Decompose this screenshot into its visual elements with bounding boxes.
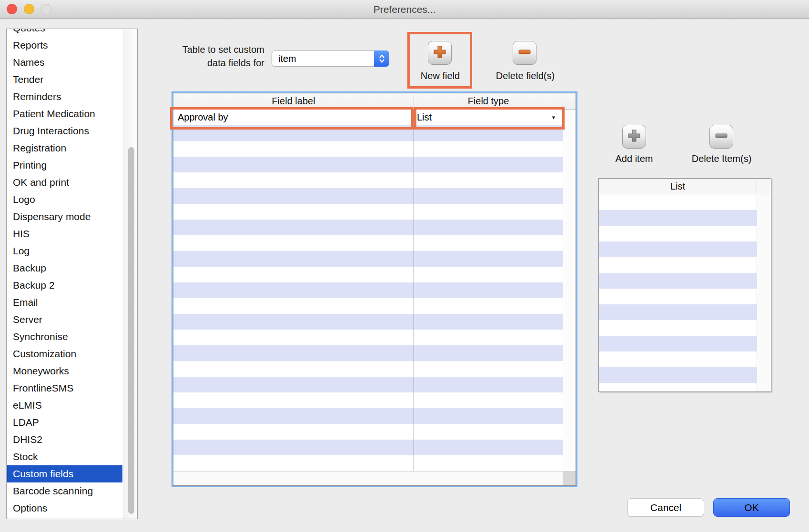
delete-field-button[interactable] bbox=[513, 41, 536, 65]
add-item-label: Add item bbox=[598, 153, 670, 164]
sidebar-item-stock[interactable]: Stock bbox=[7, 448, 122, 465]
sidebar-item-registration[interactable]: Registration bbox=[7, 140, 122, 157]
popup-chevrons-icon bbox=[374, 50, 389, 67]
list-table-header: List bbox=[599, 179, 771, 194]
sidebar-item-barcode-scanning[interactable]: Barcode scanning bbox=[7, 482, 122, 500]
header-divider bbox=[757, 181, 757, 192]
list-table-vscrollbar[interactable] bbox=[757, 194, 771, 391]
plus-icon bbox=[627, 129, 641, 145]
sidebar-item-email[interactable]: Email bbox=[7, 294, 122, 311]
column-header-list[interactable]: List bbox=[599, 179, 757, 194]
delete-items-label: Delete Item(s) bbox=[682, 153, 761, 164]
table-select[interactable]: item bbox=[272, 50, 389, 67]
minus-icon bbox=[714, 129, 728, 145]
sidebar-item-reminders[interactable]: Reminders bbox=[7, 88, 122, 105]
fields-table-vscrollbar[interactable] bbox=[563, 110, 576, 471]
cancel-button[interactable]: Cancel bbox=[627, 498, 704, 517]
new-field-button[interactable] bbox=[428, 41, 452, 65]
sidebar-item-ldap[interactable]: LDAP bbox=[7, 414, 122, 431]
header-divider bbox=[414, 95, 414, 107]
table-row: Approval by List ▾ bbox=[173, 110, 563, 125]
scrollbar-corner bbox=[563, 472, 576, 485]
sidebar-item-patient-medication[interactable]: Patient Medication bbox=[7, 105, 122, 122]
sidebar-item-options[interactable]: Options bbox=[7, 500, 122, 517]
column-divider bbox=[414, 110, 414, 471]
preferences-sidebar: QuotesReportsNamesTenderRemindersPatient… bbox=[6, 29, 138, 519]
sidebar-item-backup-2[interactable]: Backup 2 bbox=[7, 277, 122, 294]
table-select-label: Table to set custom data fields for bbox=[157, 43, 264, 70]
sidebar-item-customization[interactable]: Customization bbox=[7, 345, 122, 362]
sidebar-item-elmis[interactable]: eLMIS bbox=[7, 397, 122, 414]
minus-icon bbox=[517, 45, 532, 61]
sidebar-item-server[interactable]: Server bbox=[7, 311, 122, 328]
field-type-select[interactable]: List ▾ bbox=[414, 110, 563, 125]
sidebar-item-tender[interactable]: Tender bbox=[7, 71, 122, 88]
sidebar-item-backup[interactable]: Backup bbox=[7, 260, 122, 277]
table-select-label-line2: data fields for bbox=[157, 56, 264, 70]
preferences-window: Preferences... QuotesReportsNamesTenderR… bbox=[0, 0, 809, 532]
column-header-field-type[interactable]: Field type bbox=[414, 93, 563, 109]
sidebar-item-dhis2[interactable]: DHIS2 bbox=[7, 431, 122, 448]
empty-rows-stripes bbox=[173, 125, 563, 471]
sidebar-item-names[interactable]: Names bbox=[7, 54, 122, 71]
sidebar-list: QuotesReportsNamesTenderRemindersPatient… bbox=[7, 29, 122, 517]
sidebar-item-reports[interactable]: Reports bbox=[7, 37, 122, 54]
titlebar: Preferences... bbox=[0, 0, 809, 19]
table-select-label-line1: Table to set custom bbox=[157, 43, 264, 56]
sidebar-item-synchronise[interactable]: Synchronise bbox=[7, 328, 122, 345]
add-item-button[interactable] bbox=[622, 125, 646, 149]
table-select-value: item bbox=[278, 51, 296, 67]
sidebar-item-custom-fields[interactable]: Custom fields bbox=[7, 465, 122, 482]
field-type-value: List bbox=[417, 112, 432, 122]
sidebar-item-ok-and-print[interactable]: OK and print bbox=[7, 174, 122, 191]
delete-field-label: Delete field(s) bbox=[491, 70, 560, 81]
list-values-table: List bbox=[598, 178, 771, 392]
sidebar-item-frontlinesms[interactable]: FrontlineSMS bbox=[7, 380, 122, 397]
sidebar-item-drug-interactions[interactable]: Drug Interactions bbox=[7, 122, 122, 140]
fields-table-header: Field label Field type bbox=[173, 93, 576, 110]
sidebar-item-dispensary-mode[interactable]: Dispensary mode bbox=[7, 208, 122, 225]
ok-button[interactable]: OK bbox=[713, 498, 790, 517]
custom-fields-table: Field label Field type Approval by List … bbox=[172, 91, 577, 487]
sidebar-scrollbar-thumb[interactable] bbox=[128, 147, 134, 514]
plus-icon bbox=[433, 45, 447, 61]
sidebar-item-log[interactable]: Log bbox=[7, 242, 122, 260]
sidebar-scrollbar-track bbox=[123, 29, 137, 519]
column-header-field-label[interactable]: Field label bbox=[173, 93, 414, 109]
delete-items-button[interactable] bbox=[709, 125, 733, 149]
header-divider bbox=[563, 95, 563, 107]
field-label-cell[interactable]: Approval by bbox=[173, 110, 414, 125]
sidebar-item-moneyworks[interactable]: Moneyworks bbox=[7, 362, 122, 380]
new-field-label: New field bbox=[409, 70, 472, 81]
sidebar-item-quotes[interactable]: Quotes bbox=[7, 29, 122, 37]
list-empty-rows-stripes bbox=[599, 194, 757, 391]
fields-table-hscrollbar[interactable] bbox=[173, 471, 576, 485]
sidebar-item-his[interactable]: HIS bbox=[7, 225, 122, 242]
sidebar-item-printing[interactable]: Printing bbox=[7, 157, 122, 174]
fields-table-body: Approval by List ▾ bbox=[173, 110, 563, 471]
sidebar-item-logo[interactable]: Logo bbox=[7, 191, 122, 208]
window-title: Preferences... bbox=[0, 0, 809, 19]
dropdown-arrow-icon: ▾ bbox=[552, 110, 555, 125]
custom-fields-table-frame: Field label Field type Approval by List … bbox=[173, 93, 576, 486]
